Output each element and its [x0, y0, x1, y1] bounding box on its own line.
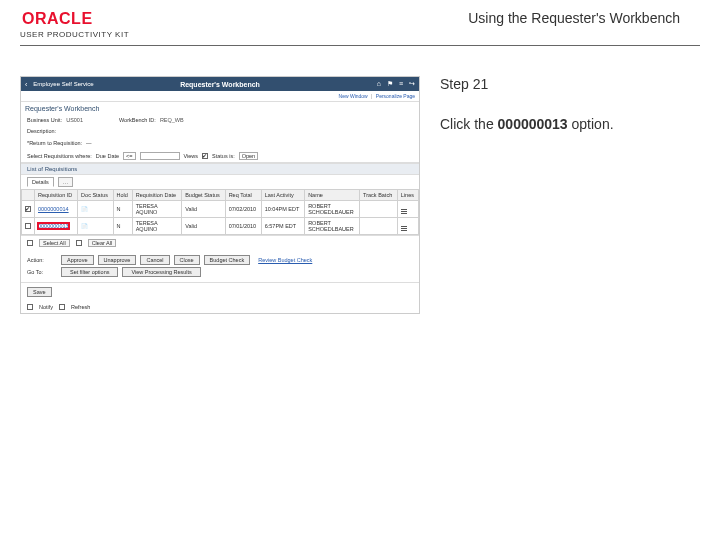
set-filter-button[interactable]: Set filter options [61, 267, 118, 277]
name-cell: ROBERT SCHOEDLBAUER [305, 201, 360, 218]
views-checkbox[interactable] [202, 153, 208, 159]
req-date-cell: TERESA AQUINO [132, 218, 182, 235]
grid-header-row: Requisition ID Doc Status Hold Requisiti… [22, 190, 419, 201]
app-title: Requester's Workbench [180, 81, 260, 88]
col-req-date[interactable]: Requisition Date [132, 190, 182, 201]
rtn-value: — [86, 140, 92, 146]
personalize-link[interactable]: Personalize Page [376, 93, 415, 99]
rtn-label: *Return to Requisition: [27, 140, 82, 146]
instruction-text: Click the 000000013 option. [440, 116, 700, 132]
total-cell: 07/02/2010 [225, 201, 261, 218]
param-row: Business Unit: US001 WorkBench ID: REQ_W… [21, 114, 419, 126]
brand-block: ORACLE USER PRODUCTIVITY KIT [20, 10, 129, 39]
tab-row: Details … [21, 175, 419, 189]
oracle-logo: ORACLE [20, 10, 129, 28]
save-row: Save [21, 282, 419, 301]
req-id-link[interactable]: 0000000014 [38, 206, 69, 212]
instr-prefix: Click the [440, 116, 498, 132]
product-name: USER PRODUCTIVITY KIT [20, 30, 129, 39]
budget-cell: Valid [182, 218, 225, 235]
hold-cell: N [113, 218, 132, 235]
select-all-row: Select All Clear All [21, 235, 419, 250]
unapprove-button[interactable]: Unapprove [98, 255, 137, 265]
table-row: 0000000013 📄 N TERESA AQUINO Valid 07/01… [22, 218, 419, 235]
app-top-bar: ‹ Employee Self Service Requester's Work… [21, 77, 419, 91]
status-select[interactable]: Open [239, 152, 258, 160]
doc-status-icon[interactable]: 📄 [81, 206, 88, 212]
col-track[interactable]: Track Batch [360, 190, 398, 201]
row-checkbox[interactable] [25, 223, 31, 229]
app-frame: ‹ Employee Self Service Requester's Work… [20, 76, 420, 314]
req-grid: Requisition ID Doc Status Hold Requisiti… [21, 189, 419, 235]
page-title: Requester's Workbench [21, 102, 419, 114]
view-proc-button[interactable]: View Processing Results [122, 267, 200, 277]
step-label: Step 21 [440, 76, 700, 92]
lines-icon [401, 209, 407, 214]
doc-status-icon[interactable]: 📄 [81, 223, 88, 229]
tab-more[interactable]: … [58, 177, 74, 187]
save-button[interactable]: Save [27, 287, 52, 297]
col-doc-status[interactable]: Doc Status [78, 190, 113, 201]
menu-icon[interactable]: ≡ [399, 80, 403, 88]
lines-icon [401, 226, 407, 231]
col-name[interactable]: Name [305, 190, 360, 201]
section-list-req: List of Requisitions [21, 163, 419, 175]
lines-cell[interactable] [397, 201, 418, 218]
instr-suffix: option. [568, 116, 614, 132]
home-icon[interactable]: ⌂ [377, 80, 381, 88]
signout-icon[interactable]: ↪ [409, 80, 415, 88]
tab-details[interactable]: Details [27, 177, 54, 187]
req-id-link-target[interactable]: 0000000013 [38, 223, 69, 229]
views-label: Views [184, 153, 199, 159]
col-last[interactable]: Last Activity [261, 190, 304, 201]
row-checkbox[interactable] [25, 206, 31, 212]
refresh-label: Refresh [71, 304, 90, 310]
tab-more-icon: … [63, 179, 69, 185]
filter-row: Select Requisitions where: Due Date <= V… [21, 150, 419, 163]
goto-row: Go To: Set filter options View Processin… [27, 267, 413, 277]
cancel-button[interactable]: Cancel [140, 255, 169, 265]
lines-cell[interactable] [397, 218, 418, 235]
last-cell: 10:04PM EDT [261, 201, 304, 218]
budget-check-button[interactable]: Budget Check [204, 255, 251, 265]
clear-all-button[interactable]: Clear All [88, 239, 116, 247]
bu-value: US001 [66, 117, 83, 123]
col-hold[interactable]: Hold [113, 190, 132, 201]
select-all-button[interactable]: Select All [39, 239, 70, 247]
notify-label: Notify [39, 304, 53, 310]
table-row: 0000000014 📄 N TERESA AQUINO Valid 07/02… [22, 201, 419, 218]
new-window-link[interactable]: New Window [339, 93, 368, 99]
back-chevron-icon[interactable]: ‹ [25, 81, 27, 88]
col-total[interactable]: Req Total [225, 190, 261, 201]
budget-cell: Valid [182, 201, 225, 218]
app-sublinks: New Window | Personalize Page [21, 91, 419, 102]
due-date-input[interactable] [140, 152, 180, 160]
col-budget[interactable]: Budget Status [182, 190, 225, 201]
action-row: Action: Approve Unapprove Cancel Close B… [27, 255, 413, 265]
instruction-pane: Step 21 Click the 000000013 option. [440, 76, 700, 314]
approve-button[interactable]: Approve [61, 255, 94, 265]
brand-text: ORACLE [22, 10, 93, 28]
back-label[interactable]: Employee Self Service [33, 81, 93, 87]
refresh-checkbox[interactable] [59, 304, 65, 310]
req-date-cell: TERESA AQUINO [132, 201, 182, 218]
notify-checkbox[interactable] [27, 304, 33, 310]
wb-value: REQ_WB [160, 117, 184, 123]
wb-label: WorkBench ID: [119, 117, 156, 123]
le-select[interactable]: <= [123, 152, 135, 160]
review-budget-link[interactable]: Review Budget Check [258, 257, 312, 263]
track-cell [360, 218, 398, 235]
clear-all-checkbox[interactable] [76, 240, 82, 246]
col-req-id[interactable]: Requisition ID [35, 190, 78, 201]
total-cell: 07/01/2010 [225, 218, 261, 235]
last-cell: 6:57PM EDT [261, 218, 304, 235]
close-button[interactable]: Close [174, 255, 200, 265]
bu-label: Business Unit: [27, 117, 62, 123]
col-lines[interactable]: Lines [397, 190, 418, 201]
status-label: Status is: [212, 153, 235, 159]
select-all-checkbox[interactable] [27, 240, 33, 246]
track-cell [360, 201, 398, 218]
action-label: Action: [27, 257, 57, 263]
due-label: Due Date [96, 153, 119, 159]
flag-icon[interactable]: ⚑ [387, 80, 393, 88]
